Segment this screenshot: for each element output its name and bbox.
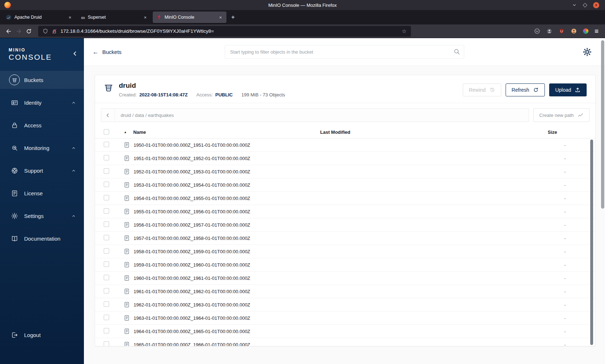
lifebuoy-icon <box>11 167 18 174</box>
object-row[interactable]: 1964-01-01T00:00:00.000Z_1965-01-01T00:0… <box>95 325 595 338</box>
search-input[interactable] <box>225 45 464 59</box>
row-checkbox[interactable] <box>104 328 109 333</box>
file-icon <box>124 288 130 294</box>
bookmark-star-icon[interactable]: ☆ <box>402 28 407 34</box>
row-checkbox[interactable] <box>104 341 109 346</box>
row-checkbox[interactable] <box>104 235 109 240</box>
new-tab-button[interactable]: + <box>228 12 238 22</box>
back-to-buckets-link[interactable]: ← Buckets <box>93 49 121 55</box>
row-checkbox[interactable] <box>104 315 109 320</box>
object-row[interactable]: 1960-01-01T00:00:00.000Z_1961-01-01T00:0… <box>95 272 595 285</box>
object-row[interactable]: 1950-01-01T00:00:00.000Z_1951-01-01T00:0… <box>95 138 595 152</box>
object-row[interactable]: 1957-01-01T00:00:00.000Z_1958-01-01T00:0… <box>95 232 595 245</box>
tab-apache-druid[interactable]: Apache Druid × <box>2 12 76 23</box>
sidebar-item-access[interactable]: Access <box>0 116 84 134</box>
minio-logo-icon <box>156 15 162 20</box>
page-scrollbar[interactable] <box>601 40 604 209</box>
refresh-button[interactable]: Refresh <box>506 83 545 96</box>
sidebar-item-label: Identity <box>24 100 41 106</box>
sidebar-item-monitoring[interactable]: Monitoring <box>0 139 84 157</box>
row-checkbox[interactable] <box>104 142 109 147</box>
window-close-icon[interactable]: × <box>593 2 599 8</box>
user-avatar-icon[interactable] <box>571 28 577 34</box>
sidebar-item-label: Documentation <box>24 236 60 242</box>
object-name: 1960-01-01T00:00:00.000Z_1961-01-01T00:0… <box>134 276 250 281</box>
ublock-shield-icon[interactable] <box>559 28 565 34</box>
object-row[interactable]: 1961-01-01T00:00:00.000Z_1962-01-01T00:0… <box>95 285 595 298</box>
rewind-label: Rewind <box>469 87 486 93</box>
forward-button[interactable] <box>14 26 24 36</box>
sidebar-item-identity[interactable]: Identity <box>0 94 84 112</box>
object-name: 1958-01-01T00:00:00.000Z_1959-01-01T00:0… <box>134 249 250 254</box>
row-checkbox[interactable] <box>104 261 109 267</box>
rewind-clock-icon <box>489 87 495 93</box>
tab-close-icon[interactable]: × <box>143 14 148 21</box>
object-size: - <box>534 289 588 294</box>
object-size: - <box>534 342 588 346</box>
account-avatar-icon[interactable] <box>546 28 552 34</box>
sidebar: MINIO CONSOLE Buckets Identity <box>0 38 84 364</box>
object-row[interactable]: 1954-01-01T00:00:00.000Z_1955-01-01T00:0… <box>95 192 595 205</box>
bucket-name: druid <box>119 82 285 90</box>
file-icon <box>124 249 130 254</box>
object-row[interactable]: 1963-01-01T00:00:00.000Z_1964-01-01T00:0… <box>95 311 595 325</box>
row-checkbox[interactable] <box>104 275 109 280</box>
object-row[interactable]: 1958-01-01T00:00:00.000Z_1959-01-01T00:0… <box>95 245 595 258</box>
table-scrollbar[interactable] <box>590 140 593 345</box>
object-row[interactable]: 1952-01-01T00:00:00.000Z_1953-01-01T00:0… <box>95 165 595 178</box>
window-menu-chevron-icon[interactable] <box>572 3 577 8</box>
row-checkbox[interactable] <box>104 168 109 174</box>
select-all-checkbox[interactable] <box>104 129 109 135</box>
pocket-icon[interactable] <box>534 28 540 34</box>
url-bar[interactable]: 172.18.0.4:31664/buckets/druid/browse/ZG… <box>38 26 411 37</box>
row-checkbox[interactable] <box>104 248 109 254</box>
name-column-header[interactable]: ▲ Name <box>124 129 320 135</box>
search-icon <box>454 49 460 55</box>
browser-window: MinIO Console — Mozilla Firefox × Apache… <box>0 0 605 364</box>
object-row[interactable]: 1956-01-01T00:00:00.000Z_1957-01-01T00:0… <box>95 218 595 232</box>
settings-gear-icon[interactable] <box>582 47 592 57</box>
tracking-shield-icon[interactable] <box>42 28 48 34</box>
object-row[interactable]: 1955-01-01T00:00:00.000Z_1956-01-01T00:0… <box>95 205 595 218</box>
row-checkbox[interactable] <box>104 208 109 214</box>
sidebar-item-buckets[interactable]: Buckets <box>0 71 84 89</box>
tab-superset[interactable]: ∞ Superset × <box>77 12 151 23</box>
row-checkbox[interactable] <box>104 301 109 307</box>
create-new-path-label: Create new path <box>539 113 574 118</box>
rewind-button[interactable]: Rewind <box>463 83 501 96</box>
reload-button[interactable] <box>24 26 34 36</box>
upload-button[interactable]: Upload <box>549 83 587 96</box>
window-maximize-icon[interactable] <box>583 3 587 8</box>
hamburger-menu-icon[interactable]: ≡ <box>595 28 599 35</box>
sidebar-item-settings[interactable]: Settings <box>0 207 84 225</box>
back-button[interactable] <box>4 26 14 36</box>
object-name: 1965-01-01T00:00:00.000Z_1966-01-01T00:0… <box>134 342 250 346</box>
sidebar-item-logout[interactable]: Logout <box>0 326 84 344</box>
row-checkbox[interactable] <box>104 182 109 187</box>
sidebar-item-support[interactable]: Support <box>0 161 84 179</box>
file-icon <box>124 262 130 268</box>
tab-close-icon[interactable]: × <box>67 14 72 21</box>
sidebar-collapse-button[interactable] <box>72 50 78 57</box>
object-row[interactable]: 1951-01-01T00:00:00.000Z_1952-01-01T00:0… <box>95 152 595 165</box>
object-row[interactable]: 1953-01-01T00:00:00.000Z_1954-01-01T00:0… <box>95 178 595 192</box>
row-checkbox[interactable] <box>104 195 109 200</box>
row-checkbox[interactable] <box>104 155 109 160</box>
object-row[interactable]: 1959-01-01T00:00:00.000Z_1960-01-01T00:0… <box>95 258 595 272</box>
tab-label: MinIO Console <box>165 15 215 20</box>
url-text[interactable]: 172.18.0.4:31664/buckets/druid/browse/ZG… <box>60 28 399 34</box>
connection-lock-icon[interactable] <box>51 28 57 34</box>
create-new-path-button[interactable]: Create new path <box>533 108 590 122</box>
object-row[interactable]: 1965-01-01T00:00:00.000Z_1966-01-01T00:0… <box>95 338 595 346</box>
sidebar-item-documentation[interactable]: Documentation <box>0 229 84 247</box>
breadcrumb-back-button[interactable] <box>101 109 115 122</box>
object-row[interactable]: 1962-01-01T00:00:00.000Z_1963-01-01T00:0… <box>95 298 595 311</box>
sidebar-item-license[interactable]: License <box>0 184 84 202</box>
object-size: - <box>534 156 588 161</box>
row-checkbox[interactable] <box>104 222 109 227</box>
toolbar-extensions: ≡ <box>534 28 601 35</box>
tab-minio-console[interactable]: MinIO Console × <box>153 12 227 23</box>
extension-pinwheel-icon[interactable] <box>583 28 588 34</box>
tab-close-icon[interactable]: × <box>218 14 223 21</box>
row-checkbox[interactable] <box>104 288 109 294</box>
